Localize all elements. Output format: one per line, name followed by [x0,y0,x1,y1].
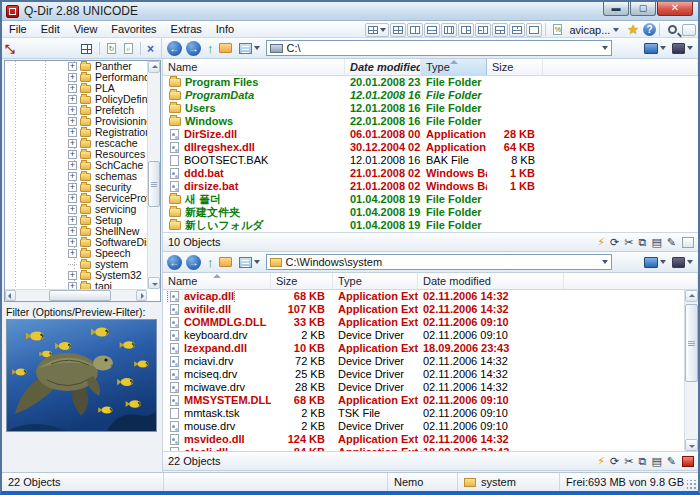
layout-button-quad[interactable] [365,23,389,37]
table-row[interactable]: DirSize.dll06.01.2008 00...Application E… [163,128,698,141]
column-header-size[interactable]: Size [487,59,543,75]
network-places-icon[interactable] [672,257,685,268]
tree-item-servicing[interactable]: +servicing [5,204,147,215]
table-row[interactable]: lzexpand.dll10 KBApplication Exten...18.… [163,342,698,355]
expand-icon[interactable]: + [68,183,77,192]
table-row[interactable]: avicap.dll68 KBApplication Exten...02.11… [163,290,698,303]
pane2-vertical-scrollbar[interactable] [684,290,698,451]
menu-favorites[interactable]: Favorites [104,22,163,36]
expand-icon[interactable]: + [68,161,77,170]
expand-icon[interactable]: + [68,128,77,137]
expand-icon[interactable]: + [68,271,77,280]
layout-button-2L1R[interactable] [475,23,491,37]
layout-button-1L2R[interactable] [458,23,474,37]
up-icon[interactable]: ↑ [207,41,214,56]
table-row[interactable]: mouse.drv2 KBDevice Driver02.11.2006 09:… [163,420,698,433]
expand-icon[interactable]: + [68,106,77,115]
table-row[interactable]: MMSYSTEM.DLL68 KBApplication Exten...02.… [163,394,698,407]
flash-icon[interactable]: ⚡ [597,454,605,468]
close-button[interactable]: ✕ [657,2,693,16]
column-header-type[interactable]: Type [421,59,487,75]
tree-item-Performance[interactable]: +Performance [5,72,147,83]
computer-icon[interactable] [644,43,658,54]
tree-vertical-scrollbar[interactable] [147,61,160,289]
expand-icon[interactable]: + [68,205,77,214]
chevron-down-icon[interactable] [602,260,608,264]
flash-icon[interactable]: ⚡ [597,235,605,249]
minimize-button[interactable]: ▬ [603,2,629,16]
table-row[interactable]: mmtask.tsk2 KBTSK File02.11.2006 09:10 [163,407,698,420]
table-row[interactable]: Windows22.01.2008 16...File Folder [163,115,698,128]
table-row[interactable]: dllregshex.dll30.12.2004 02...Applicatio… [163,141,698,154]
maximize-button[interactable]: ▢ [630,2,656,16]
refresh-page-icon[interactable]: ↻ [107,43,116,54]
layout-button-h2[interactable] [424,23,440,37]
title-bar[interactable]: Q-Dir 2.88 UNICODE ▬ ▢ ✕ [2,2,698,21]
cut-icon[interactable]: ✂ [624,235,633,249]
column-header-name[interactable]: Name [163,59,345,75]
expand-icon[interactable]: + [68,95,77,104]
expand-icon[interactable]: + [68,73,77,82]
menu-view[interactable]: View [67,22,105,36]
pane1-column-headers[interactable]: NameDate modifiedTypeSize [163,59,698,76]
column-header-name[interactable]: Name [163,273,271,289]
pane-indicator-icon[interactable] [682,456,694,467]
expand-icon[interactable]: + [68,249,77,258]
favorites-dropdown[interactable]: % avicap... [549,24,619,36]
expand-icon[interactable]: + [68,117,77,126]
pane2-column-headers[interactable]: NameSizeTypeDate modified [163,273,698,290]
expand-icon[interactable]: + [68,238,77,247]
grid-icon[interactable] [81,44,92,54]
pane1-file-list[interactable]: Program Files20.01.2008 23...File Folder… [163,76,698,232]
view-mode-icon[interactable] [239,257,252,268]
table-row[interactable]: mciwave.drv28 KBDevice Driver02.11.2006 … [163,381,698,394]
expand-icon[interactable]: + [68,282,77,289]
menu-file[interactable]: File [2,22,34,36]
paste-icon[interactable]: ▤ [651,235,661,249]
expand-icon[interactable]: + [68,84,77,93]
paste-icon[interactable]: ▤ [651,454,661,468]
edit-icon[interactable]: ✎ [667,235,676,249]
table-row[interactable]: ProgramData12.01.2008 16...File Folder [163,89,698,102]
column-header-date-modified[interactable]: Date modified [418,273,564,289]
table-row[interactable]: BOOTSECT.BAK12.01.2008 16:42BAK File8 KB [163,154,698,167]
close-x-icon[interactable]: × [147,42,154,56]
refresh-icon[interactable]: ⟳ [610,235,619,249]
layout-button-1T2B[interactable] [492,23,508,37]
menu-extras[interactable]: Extras [164,22,209,36]
zoom-tool-icon[interactable] [668,25,677,34]
table-row[interactable]: Program Files20.01.2008 23...File Folder [163,76,698,89]
edit-icon[interactable]: ✎ [667,454,676,468]
table-row[interactable]: 新建文件夹01.04.2008 19...File Folder [163,206,698,219]
table-row[interactable]: Users12.01.2008 16...File Folder [163,102,698,115]
tray-icon[interactable] [682,24,696,36]
pane-indicator-icon[interactable] [682,237,694,248]
expand-icon[interactable]: + [68,227,77,236]
layout-button-2T1B[interactable] [509,23,525,37]
open-folder-icon[interactable] [219,43,232,53]
tree-horizontal-scrollbar[interactable] [5,289,147,301]
column-header-type[interactable]: Type [333,273,418,289]
back-button[interactable]: ← [167,41,182,56]
menu-edit[interactable]: Edit [34,22,67,36]
network-places-icon[interactable] [672,43,685,54]
layout-button-quad[interactable] [390,23,406,37]
table-row[interactable]: ddd.bat21.01.2008 02...Windows Batc...1 … [163,167,698,180]
layout-button-v2[interactable] [407,23,423,37]
up-icon[interactable]: ↑ [207,255,214,270]
swap-icon[interactable]: ⤡ [5,42,15,56]
copy-icon[interactable]: ⧉ [639,454,647,468]
expand-icon[interactable]: + [68,62,77,71]
resize-grip[interactable] [687,480,697,490]
folder-tree[interactable]: +Panther+Performance+PLA+PolicyDefinitio… [4,60,161,302]
address-bar-1[interactable]: C:\ [266,40,612,56]
cut-icon[interactable]: ✂ [624,454,633,468]
column-header-size[interactable]: Size [271,273,333,289]
back-button[interactable]: ← [167,255,182,270]
chevron-down-icon[interactable] [602,46,608,50]
help-icon[interactable]: ? [643,23,656,36]
view-mode-icon[interactable] [239,43,252,54]
expand-icon[interactable]: + [68,216,77,225]
computer-icon[interactable] [644,257,658,268]
table-row[interactable]: mciavi.drv72 KBDevice Driver02.11.2006 1… [163,355,698,368]
